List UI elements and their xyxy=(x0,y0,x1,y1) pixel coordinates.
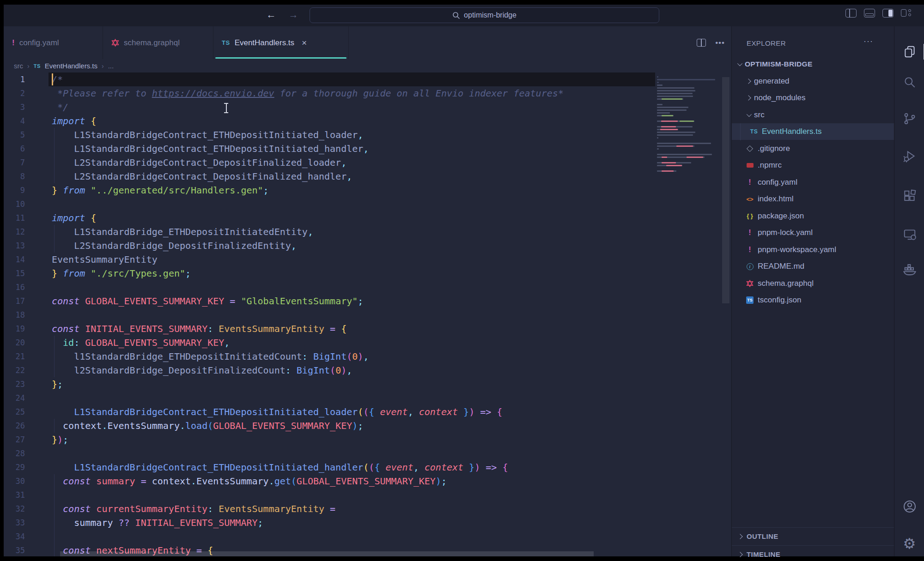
line-number: 9 xyxy=(4,183,31,197)
chevron-right-icon xyxy=(737,552,742,557)
npm-icon xyxy=(746,163,754,168)
tree-file-eventhandlers-ts[interactable]: TSEventHandlers.ts xyxy=(732,123,894,140)
settings-gear-icon[interactable]: ⚙ xyxy=(894,532,924,555)
split-editor-icon[interactable] xyxy=(697,39,706,47)
line-number: 4 xyxy=(4,114,31,128)
explorer-icon[interactable] xyxy=(894,41,924,63)
tree-file-tsconfig-json[interactable]: TStsconfig.json xyxy=(732,292,894,308)
outline-section[interactable]: OUTLINE xyxy=(732,527,894,545)
account-icon[interactable] xyxy=(894,495,924,518)
tree-item-label: .npmrc xyxy=(758,161,782,170)
horizontal-scrollbar[interactable] xyxy=(60,551,594,556)
title-bar: ← → optimism-bridge xyxy=(4,5,924,26)
typescript-icon: TS xyxy=(34,63,41,69)
code-line: const summary = context.EventsSummary.ge… xyxy=(52,474,447,488)
tree-folder-src[interactable]: src xyxy=(732,107,894,123)
line-number: 13 xyxy=(4,239,31,253)
yaml-warning-icon: ! xyxy=(12,38,15,48)
run-debug-icon[interactable] xyxy=(894,145,924,167)
code-line: */ xyxy=(52,100,68,114)
mouse-ibeam-cursor xyxy=(224,103,228,114)
code-line: L1StandardBridgeContract_ETHDepositIniti… xyxy=(52,142,369,156)
tab-config-yaml[interactable]: ! config.yaml xyxy=(4,26,103,59)
code-line: }); xyxy=(52,433,68,446)
remote-explorer-icon[interactable] xyxy=(894,223,924,246)
code-line: EventsSummaryEntity xyxy=(52,253,158,266)
line-number: 31 xyxy=(4,488,31,502)
breadcrumb-file[interactable]: EventHandlers.ts xyxy=(45,62,97,70)
search-icon[interactable] xyxy=(894,71,924,93)
line-number: 23 xyxy=(4,377,31,391)
docker-icon[interactable] xyxy=(894,258,924,280)
close-icon[interactable]: × xyxy=(302,38,307,48)
tree-item-label: schema.graphql xyxy=(758,279,814,288)
code-line: l1StandardBridge_ETHDepositInitiatedCoun… xyxy=(52,350,369,363)
line-number: 17 xyxy=(4,294,31,308)
tree-file--gitignore[interactable]: .gitignore xyxy=(732,140,894,157)
customize-layout-icon[interactable] xyxy=(901,9,912,18)
line-number: 28 xyxy=(4,446,31,460)
tree-file-config-yaml[interactable]: !config.yaml xyxy=(732,174,894,191)
line-number: 2 xyxy=(4,86,31,100)
indent-guide xyxy=(740,123,741,140)
tree-file-pnpm-lock-yaml[interactable]: !pnpm-lock.yaml xyxy=(732,224,894,241)
code-line: L2StandardBridge_DepositFinalizedEntity, xyxy=(52,239,297,253)
tree-folder-optimism-bridge[interactable]: OPTIMISM-BRIDGE xyxy=(732,56,894,72)
code-line: l2StandardBridge_DepositFinalizedCount: … xyxy=(52,363,352,377)
tree-file-package-json[interactable]: { }package.json xyxy=(732,208,894,224)
code-line: L1StandardBridge_ETHDepositInitiatedEnti… xyxy=(52,225,313,239)
typescript-icon: TS xyxy=(750,128,758,135)
tree-item-label: README.md xyxy=(758,262,804,271)
tree-file-pnpm-workspace-yaml[interactable]: !pnpm-workspace.yaml xyxy=(732,241,894,258)
code-line: const GLOBAL_EVENTS_SUMMARY_KEY = "Globa… xyxy=(52,294,363,308)
timeline-section[interactable]: TIMELINE xyxy=(732,545,894,561)
breadcrumb-symbol[interactable]: ... xyxy=(108,62,114,70)
code-line: L2StandardBridgeContract_DepositFinalize… xyxy=(52,169,352,183)
line-number: 30 xyxy=(4,474,31,488)
tree-file-schema-graphql[interactable]: schema.graphql xyxy=(732,275,894,292)
tab-schema-graphql[interactable]: schema.graphql xyxy=(103,26,213,59)
forward-arrow-icon[interactable]: → xyxy=(286,9,300,20)
chevron-right-icon: › xyxy=(102,62,104,70)
line-number: 27 xyxy=(4,433,31,446)
line-number: 10 xyxy=(4,197,31,211)
code-line: summary ?? INITIAL_EVENTS_SUMMARY; xyxy=(52,516,263,530)
back-arrow-icon[interactable]: ← xyxy=(264,9,278,20)
command-center-search[interactable]: optimism-bridge xyxy=(310,7,659,23)
line-number: 14 xyxy=(4,253,31,266)
tab-eventhandlers-ts[interactable]: TS EventHandlers.ts × xyxy=(213,26,349,59)
toggle-secondary-sidebar-icon[interactable] xyxy=(882,9,894,18)
source-control-icon[interactable] xyxy=(894,108,924,130)
code-editor[interactable]: 1234567891011121314151617181920212223242… xyxy=(4,72,731,556)
line-number: 1 xyxy=(4,72,31,86)
tree-item-label: EventHandlers.ts xyxy=(762,127,821,136)
code-line: } from "../generated/src/Handlers.gen"; xyxy=(52,183,269,197)
tree-item-label: package.json xyxy=(758,211,804,221)
tree-item-label: node_modules xyxy=(754,93,806,103)
tree-file-readme-md[interactable]: iREADME.md xyxy=(732,258,894,275)
line-number: 35 xyxy=(4,543,31,556)
text-cursor xyxy=(52,73,53,85)
tree-file--npmrc[interactable]: .npmrc xyxy=(732,157,894,174)
more-actions-icon[interactable]: ••• xyxy=(715,38,725,48)
editor-group: ! config.yaml schema.graphql TS EventHan… xyxy=(4,26,731,556)
explorer-more-icon[interactable]: ··· xyxy=(863,36,873,46)
extensions-icon[interactable] xyxy=(894,185,924,207)
line-number: 8 xyxy=(4,169,31,183)
tree-file-index-html[interactable]: <>index.html xyxy=(732,191,894,207)
tree-folder-generated[interactable]: generated xyxy=(732,73,894,90)
tree-item-label: config.yaml xyxy=(758,178,797,187)
toggle-panel-icon[interactable] xyxy=(864,9,875,18)
search-icon xyxy=(452,12,460,19)
vscode-window: ← → optimism-bridge ! config.yaml xyxy=(4,5,924,556)
tree-folder-node-modules[interactable]: node_modules xyxy=(732,90,894,106)
indent-guide xyxy=(54,336,55,377)
breadcrumb-folder[interactable]: src xyxy=(14,62,23,70)
toggle-sidebar-icon[interactable] xyxy=(845,9,857,18)
line-number: 26 xyxy=(4,419,31,433)
vertical-scrollbar[interactable] xyxy=(722,77,729,303)
tab-label: schema.graphql xyxy=(124,38,180,48)
line-number: 34 xyxy=(4,530,31,543)
line-number: 7 xyxy=(4,156,31,169)
yaml-warning-icon: ! xyxy=(746,229,754,237)
